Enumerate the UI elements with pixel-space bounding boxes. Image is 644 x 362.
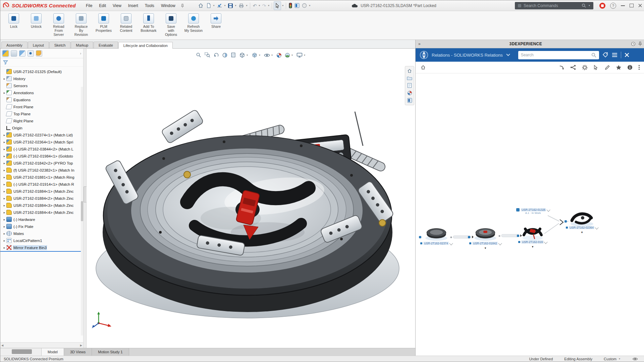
settings-gear-icon[interactable] xyxy=(582,65,588,70)
search-scope-caret-icon[interactable]: ▾ xyxy=(588,4,591,7)
node-label[interactable]: USR-2T162-02374 xyxy=(423,242,448,245)
save-caret-icon[interactable]: ▾ xyxy=(234,4,237,7)
ribbon-button[interactable]: PLM Properties xyxy=(93,13,114,33)
apply-scene-icon[interactable]: ▾ xyxy=(285,53,293,58)
redo-caret-icon[interactable]: ▾ xyxy=(267,4,270,7)
open-button[interactable] xyxy=(216,2,223,10)
tree-item[interactable]: ▸ (-) USR-2T162-03844<2> (Match L xyxy=(0,145,83,153)
lifecycle-status-icon[interactable] xyxy=(288,2,293,10)
displaymanager-tab-icon[interactable] xyxy=(36,50,42,57)
tree-item[interactable]: Top Plane xyxy=(0,110,83,117)
edit-appearance-icon[interactable] xyxy=(276,53,282,58)
node-expand-chevron-icon[interactable] xyxy=(544,240,547,244)
apply-scene-caret-icon[interactable]: ▾ xyxy=(291,54,293,57)
tree-item[interactable]: ▸ Annotations xyxy=(0,89,83,96)
tree-item[interactable]: Sensors xyxy=(0,82,83,89)
expand-arrow-icon[interactable]: ▸ xyxy=(2,218,6,221)
select-tool-button[interactable] xyxy=(274,1,281,10)
expand-arrow-icon[interactable]: ▸ xyxy=(2,162,6,165)
panel-expand-icon[interactable]: » xyxy=(418,42,421,46)
minimize-button[interactable] xyxy=(621,5,625,6)
featuremanager-tree-tab-icon[interactable] xyxy=(2,50,9,57)
tree-item[interactable]: ▸ USR-2T162-02364<1> (Match Spri xyxy=(0,138,83,145)
expand-more-icon[interactable]: ▾ xyxy=(518,245,547,248)
relation-node[interactable]: USR-2T162-01914 ▾ xyxy=(518,224,547,248)
pin-panel-icon[interactable] xyxy=(638,42,642,46)
node-expand-chevron-icon[interactable] xyxy=(449,241,453,245)
tree-item[interactable]: ▸ Mirror Feature Bin3 xyxy=(0,244,83,251)
edit-pencil-icon[interactable] xyxy=(605,65,610,70)
expand-arrow-icon[interactable]: ▸ xyxy=(2,246,6,249)
panel-splitter[interactable] xyxy=(84,49,87,348)
expand-arrow-icon[interactable]: ▸ xyxy=(2,232,6,235)
relations-branch-icon[interactable] xyxy=(570,65,576,70)
hide-show-items-icon[interactable]: ▾ xyxy=(264,53,273,58)
expand-arrow-icon[interactable]: ▸ xyxy=(2,140,6,144)
open-caret-icon[interactable]: ▾ xyxy=(224,4,226,7)
favorite-star-icon[interactable] xyxy=(616,65,622,70)
annotation-view-icon[interactable] xyxy=(231,52,236,58)
zoom-fit-icon[interactable] xyxy=(196,52,202,58)
configurationmanager-tab-icon[interactable] xyxy=(19,50,25,57)
relation-node[interactable]: USR-2T162-01842 ▾ xyxy=(469,225,501,250)
view-settings-icon[interactable]: ▾ xyxy=(297,53,306,58)
command-tab[interactable]: Layout xyxy=(28,42,49,48)
mysession-window-icon[interactable] xyxy=(293,2,301,10)
ribbon-button[interactable]: Lock xyxy=(3,13,24,29)
command-tab[interactable]: Assembly xyxy=(1,42,28,48)
new-caret-icon[interactable]: ▾ xyxy=(213,4,215,7)
select-caret-icon[interactable]: ▾ xyxy=(281,4,284,7)
expand-arrow-icon[interactable]: ▸ xyxy=(2,239,6,242)
propertymanager-tab-icon[interactable] xyxy=(11,50,17,57)
tree-item[interactable]: ▸ (f) USR-2T162-02382<1> (Match In xyxy=(0,167,83,174)
command-tab[interactable]: Sketch xyxy=(49,42,71,48)
expand-arrow-icon[interactable]: ▸ xyxy=(2,225,6,228)
scroll-left-icon[interactable]: ◀ xyxy=(1,344,3,347)
node-label[interactable]: USR-2T162-01914 xyxy=(521,240,543,244)
history-clock-icon[interactable] xyxy=(631,42,636,46)
tree-vertical-scrollbar[interactable] xyxy=(81,87,83,336)
close-window-button[interactable] xyxy=(638,4,642,7)
custom-properties-icon[interactable] xyxy=(407,98,412,103)
3dexperience-compass-icon[interactable] xyxy=(420,51,428,59)
expand-arrow-icon[interactable]: ▸ xyxy=(2,176,6,179)
info-icon[interactable] xyxy=(627,65,633,70)
view-tab[interactable]: Model xyxy=(42,348,64,356)
tree-item[interactable]: ▸ Mates xyxy=(0,230,83,237)
view-settings-caret-icon[interactable]: ▾ xyxy=(303,54,306,57)
search-commands-box[interactable]: Search Commands ▾ xyxy=(515,2,593,9)
tree-item[interactable]: Equations xyxy=(0,96,83,103)
tree-item[interactable]: ▸ (-) Fix Plate xyxy=(0,223,83,230)
command-tab[interactable]: Lifecycle and Collaboration xyxy=(118,42,173,49)
tree-item[interactable]: ▸ USR-2T162-01884<2> (Match Zinc xyxy=(0,195,83,202)
user-avatar[interactable] xyxy=(599,3,605,9)
redo-button[interactable]: ↷ xyxy=(261,2,267,10)
tree-item[interactable]: Origin xyxy=(0,124,83,131)
tree-item[interactable]: ▸ USR-2T162-01884<4> (Match Zinc xyxy=(0,209,83,216)
help-icon[interactable]: ? xyxy=(610,3,616,9)
units-selector[interactable]: Custom ▾ xyxy=(604,357,621,361)
view-tab[interactable]: Motion Study 1 xyxy=(92,348,129,356)
undo-button[interactable]: ↶ xyxy=(252,2,258,10)
print-caret-icon[interactable]: ▾ xyxy=(246,4,248,7)
new-document-button[interactable] xyxy=(205,2,212,10)
expand-more-icon[interactable]: ▾ xyxy=(566,231,598,234)
tree-item[interactable]: Right Plane xyxy=(0,117,83,124)
view-orientation-caret-icon[interactable]: ▾ xyxy=(246,54,249,57)
tree-item[interactable]: ▸ (-) USR-2T162-01984<1> (Goldsto xyxy=(0,153,83,160)
widget-search-box[interactable]: Search xyxy=(518,51,599,59)
tree-item[interactable]: ▸ LocalCirPattern1 xyxy=(0,237,83,244)
node-expand-chevron-icon[interactable] xyxy=(546,208,550,212)
display-style-icon[interactable]: ▾ xyxy=(252,52,261,58)
scrollbar-thumb[interactable] xyxy=(12,349,32,354)
tree-horizontal-scrollbar[interactable]: ◀ ▶ xyxy=(0,342,83,348)
file-explorer-icon[interactable] xyxy=(407,83,412,88)
options-caret-icon[interactable]: ▾ xyxy=(308,4,311,7)
tag-icon[interactable] xyxy=(602,52,608,58)
expand-arrow-icon[interactable]: ▸ xyxy=(2,190,6,193)
expand-arrow-icon[interactable]: ▸ xyxy=(2,183,6,186)
ribbon-button[interactable]: Refresh My Session xyxy=(183,13,204,33)
scrollbar-thumb[interactable] xyxy=(81,201,83,221)
assembly-3d-model[interactable] xyxy=(87,58,415,346)
tree-item[interactable]: Front Plane xyxy=(0,103,83,110)
